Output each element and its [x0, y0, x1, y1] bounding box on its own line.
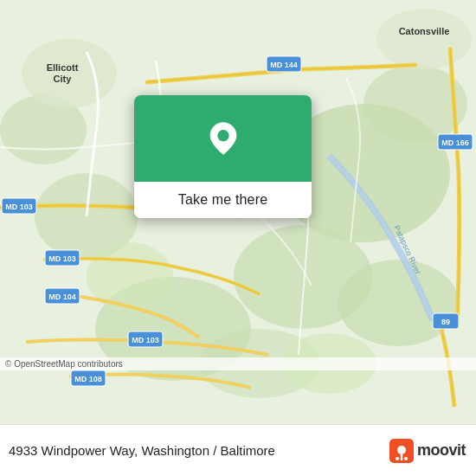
moovit-icon — [389, 439, 414, 463]
svg-point-37 — [404, 457, 408, 460]
bottom-bar: 4933 Windpower Way, Washington / Baltimo… — [0, 424, 476, 476]
popup-header — [134, 95, 312, 182]
svg-point-36 — [396, 457, 399, 460]
svg-text:City: City — [54, 74, 73, 84]
svg-point-12 — [376, 9, 472, 69]
svg-point-35 — [397, 446, 406, 454]
map-container: MD 144 MD 103 MD 103 MD 104 MD 108 MD 10… — [0, 0, 476, 424]
copyright-text: © OpenStreetMap contributors — [5, 359, 123, 369]
moovit-wordmark: moovit — [417, 441, 466, 460]
svg-text:89: 89 — [441, 318, 450, 326]
take-me-there-button[interactable]: Take me there — [134, 182, 312, 218]
svg-text:Ellicott: Ellicott — [47, 62, 79, 73]
address-label: 4933 Windpower Way, Washington / Baltimo… — [9, 443, 389, 458]
svg-text:MD 103: MD 103 — [5, 203, 33, 211]
svg-text:Catonsville: Catonsville — [399, 26, 450, 36]
svg-text:MD 103: MD 103 — [48, 254, 76, 263]
copyright-notice: © OpenStreetMap contributors — [0, 357, 476, 370]
svg-text:MD 104: MD 104 — [48, 293, 76, 301]
svg-text:MD 108: MD 108 — [74, 375, 102, 383]
moovit-logo: moovit — [389, 439, 466, 463]
location-pin-icon — [206, 121, 241, 156]
svg-text:MD 166: MD 166 — [441, 138, 469, 147]
svg-text:MD 144: MD 144 — [270, 61, 298, 69]
popup-card: Take me there — [134, 95, 312, 218]
svg-text:MD 103: MD 103 — [132, 336, 159, 344]
svg-point-33 — [217, 130, 228, 141]
